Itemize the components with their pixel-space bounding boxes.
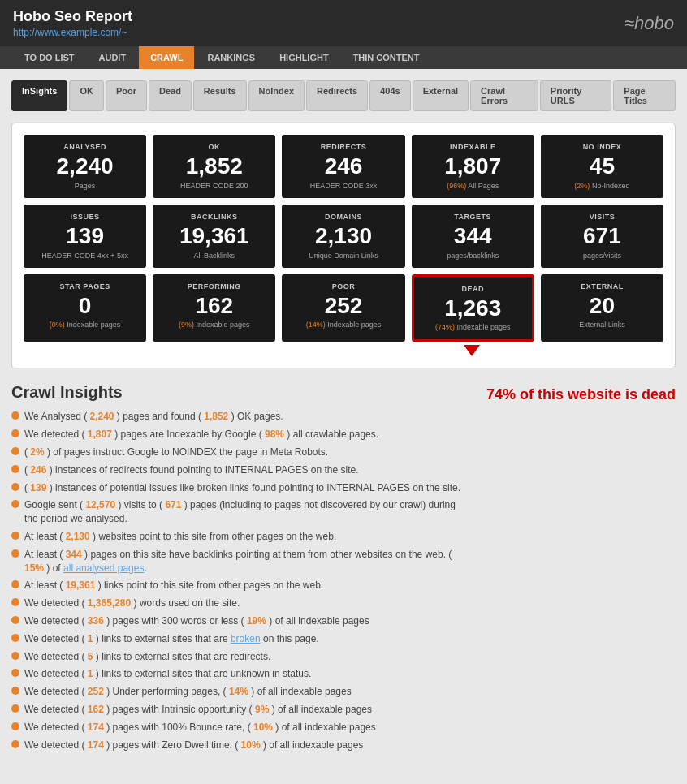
bullet-icon: [11, 549, 19, 558]
top-nav-tab-audit[interactable]: AUDIT: [88, 46, 138, 69]
stat-ok-value: 1,852: [159, 154, 269, 179]
list-item: We detected ( 174 ) pages with 100% Boun…: [11, 721, 470, 734]
stat-dead: DEAD 1,263 (74%) Indexable pages: [412, 274, 534, 342]
stat-redirects: REDIRECTS 246 HEADER CODE 3xx: [282, 135, 404, 198]
insights-title: Crawl Insights: [11, 383, 470, 402]
list-item: We detected ( 1,807 ) pages are Indexabl…: [11, 428, 470, 442]
stat-redirects-label: REDIRECTS: [288, 143, 398, 151]
stat-performing-value: 162: [159, 294, 269, 319]
insights-left: Crawl Insights We Analysed ( 2,240 ) pag…: [11, 383, 470, 756]
stat-backlinks-label: BACKLINKS: [159, 213, 269, 221]
header-left: Hobo Seo Report http://www.example.com/~: [13, 8, 132, 38]
sub-nav-tab-crawlerrors[interactable]: Crawl Errors: [470, 80, 538, 111]
top-nav-tab-thincontent[interactable]: THIN CONTENT: [342, 46, 431, 69]
stat-noindex-sub: (2%) No-Indexed: [547, 182, 657, 190]
list-item: We Analysed ( 2,240 ) pages and found ( …: [11, 410, 470, 424]
stat-analysed-value: 2,240: [30, 154, 140, 179]
sub-nav-tab-ok[interactable]: OK: [69, 80, 104, 111]
list-item: We detected ( 1 ) links to external site…: [11, 632, 470, 646]
stat-indexable-label: INDEXABLE: [418, 143, 528, 151]
header-url[interactable]: http://www.example.com/~: [13, 27, 132, 38]
sub-nav-tab-results[interactable]: Results: [193, 80, 247, 111]
stat-backlinks-value: 19,361: [159, 224, 269, 249]
dead-arrow-icon: [464, 345, 480, 356]
bullet-icon: [11, 598, 19, 606]
bullet-icon: [11, 722, 19, 730]
stat-backlinks-sub: All Backlinks: [159, 252, 269, 260]
stat-dead-value: 1,263: [421, 296, 525, 321]
top-nav-tab-todolist[interactable]: TO DO LIST: [13, 46, 86, 69]
stats-row-3: STAR PAGES 0 (0%) Indexable pages PERFOR…: [24, 274, 663, 342]
stat-targets: TARGETS 344 pages/backlinks: [412, 205, 534, 268]
stat-issues-label: ISSUES: [30, 213, 140, 221]
bullet-icon: [11, 580, 19, 588]
bullet-icon: [11, 411, 19, 420]
list-item: At least ( 2,130 ) websites point to thi…: [11, 530, 470, 544]
bullet-icon: [11, 500, 19, 508]
stats-row-2: ISSUES 139 HEADER CODE 4xx + 5xx BACKLIN…: [24, 205, 663, 268]
bullet-icon: [11, 447, 19, 455]
stat-poor-value: 252: [288, 294, 398, 319]
stat-indexable-sub: (96%) All Pages: [418, 182, 528, 190]
list-item: At least ( 19,361 ) links point to this …: [11, 579, 470, 592]
stats-row-1: ANALYSED 2,240 Pages OK 1,852 HEADER COD…: [24, 135, 663, 198]
stat-noindex: NO INDEX 45 (2%) No-Indexed: [541, 135, 663, 198]
sub-nav-tab-noindex[interactable]: NoIndex: [248, 80, 305, 111]
insights-section: Crawl Insights We Analysed ( 2,240 ) pag…: [11, 383, 676, 756]
stat-analysed-label: ANALYSED: [30, 143, 140, 151]
stat-issues-sub: HEADER CODE 4xx + 5xx: [30, 252, 140, 260]
sub-nav-tab-priorityurls[interactable]: Priority URLS: [540, 80, 612, 111]
stat-indexable-value: 1,807: [418, 154, 528, 179]
stat-targets-label: TARGETS: [418, 213, 528, 221]
stat-redirects-sub: HEADER CODE 3xx: [288, 182, 398, 190]
stat-poor: POOR 252 (14%) Indexable pages: [282, 274, 404, 342]
stat-external: EXTERNAL 20 External Links: [541, 274, 663, 342]
top-nav-tab-rankings[interactable]: RANKINGS: [196, 46, 266, 69]
list-item: We detected ( 162 ) pages with Intrinsic…: [11, 703, 470, 717]
header: Hobo Seo Report http://www.example.com/~…: [0, 0, 687, 46]
stat-dead-sub: (74%) Indexable pages: [421, 323, 525, 331]
bullet-icon: [11, 429, 19, 437]
stat-performing: PERFORMING 162 (9%) Indexable pages: [153, 274, 275, 342]
stat-visits-label: VISITS: [547, 213, 657, 221]
list-item: ( 246 ) instances of redirects found poi…: [11, 463, 470, 477]
bullet-icon: [11, 687, 19, 695]
top-nav-tab-highlight[interactable]: HIGHLIGHT: [268, 46, 340, 69]
sub-nav-tab-404s[interactable]: 404s: [369, 80, 410, 111]
stat-noindex-value: 45: [547, 154, 657, 179]
header-title: Hobo Seo Report: [13, 8, 132, 25]
insights-right: 74% of this website is dead: [486, 383, 676, 403]
top-nav-tab-crawl[interactable]: CRAWL: [139, 46, 194, 69]
sub-nav-tab-poor[interactable]: Poor: [106, 80, 147, 111]
list-item: We detected ( 174 ) pages with Zero Dwel…: [11, 739, 470, 752]
list-item: We detected ( 1,365,280 ) words used on …: [11, 597, 470, 610]
stat-dead-label: DEAD: [421, 285, 525, 293]
stat-starpages-label: STAR PAGES: [30, 282, 140, 291]
sub-nav-tab-redirects[interactable]: Redirects: [306, 80, 368, 111]
dead-warning: 74% of this website is dead: [486, 386, 676, 403]
list-item: We detected ( 252 ) Under performing pag…: [11, 685, 470, 699]
stat-ok: OK 1,852 HEADER CODE 200: [153, 135, 275, 198]
stat-issues: ISSUES 139 HEADER CODE 4xx + 5xx: [24, 205, 146, 268]
sub-nav-tab-dead[interactable]: Dead: [149, 80, 192, 111]
bullet-icon: [11, 532, 19, 540]
stat-analysed: ANALYSED 2,240 Pages: [24, 135, 146, 198]
stat-domains-value: 2,130: [288, 224, 398, 249]
header-logo: ≈hobo: [624, 13, 674, 34]
bullet-icon: [11, 634, 19, 642]
stat-redirects-value: 246: [288, 154, 398, 179]
list-item: Google sent ( 12,570 ) visits to ( 671 )…: [11, 498, 470, 526]
stat-domains: DOMAINS 2,130 Unique Domain Links: [282, 205, 404, 268]
list-item: We detected ( 1 ) links to external site…: [11, 667, 470, 681]
insights-list: We Analysed ( 2,240 ) pages and found ( …: [11, 410, 470, 752]
sub-nav-tab-pagetitles[interactable]: Page Titles: [613, 80, 676, 111]
bullet-icon: [11, 740, 19, 748]
top-nav: TO DO LIST AUDIT CRAWL RANKINGS HIGHLIGH…: [0, 46, 687, 69]
stat-starpages-value: 0: [30, 294, 140, 319]
sub-nav-tab-insights[interactable]: InSights: [11, 80, 67, 111]
stat-visits-value: 671: [547, 224, 657, 249]
bullet-icon: [11, 704, 19, 713]
stat-noindex-label: NO INDEX: [547, 143, 657, 151]
stat-indexable: INDEXABLE 1,807 (96%) All Pages: [412, 135, 534, 198]
sub-nav-tab-external[interactable]: External: [413, 80, 469, 111]
